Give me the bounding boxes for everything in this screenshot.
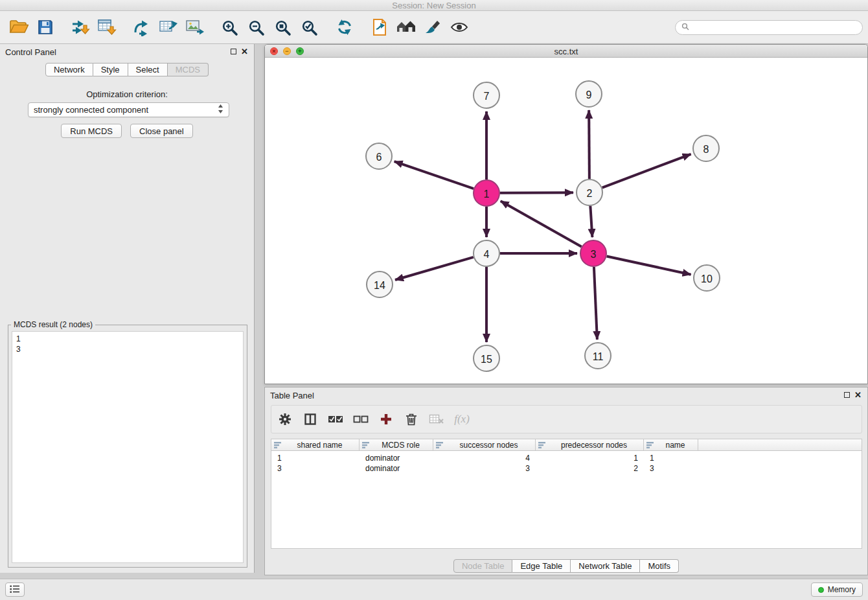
open-file-icon (9, 19, 29, 36)
memory-label: Memory (828, 585, 856, 594)
status-bar: Memory (0, 579, 868, 600)
table-body: 1dominator4113dominator323 (271, 451, 862, 474)
select-all-button[interactable] (326, 408, 345, 431)
show-details-icon (450, 21, 468, 34)
node-11[interactable]: 11 (585, 343, 611, 369)
export-table-button[interactable] (155, 14, 181, 41)
column-type-icon (274, 442, 281, 448)
add-row-button[interactable] (376, 408, 396, 431)
tab-motifs[interactable]: Motifs (640, 559, 679, 573)
node-14[interactable]: 14 (367, 271, 393, 297)
zoom-out-button[interactable] (243, 14, 269, 41)
close-table-panel-icon[interactable]: ✕ (854, 390, 862, 400)
cell: 3 (271, 464, 360, 473)
column-header-name[interactable]: name (644, 439, 698, 450)
svg-text:8: 8 (703, 144, 709, 155)
column-type-icon (436, 442, 443, 448)
edge-3-10[interactable] (607, 256, 691, 274)
network-from-selection-button[interactable] (128, 14, 155, 41)
toolbar-separator (358, 11, 366, 43)
node-6[interactable]: 6 (366, 143, 392, 169)
tab-style[interactable]: Style (93, 63, 128, 76)
close-mcds-panel-button[interactable]: Close panel (130, 124, 193, 138)
export-image-button[interactable] (181, 14, 208, 41)
edge-1-2[interactable] (500, 192, 573, 193)
apply-layout-button[interactable] (331, 14, 358, 41)
column-header-shared-name[interactable]: shared name (271, 439, 360, 450)
tab-node-table[interactable]: Node Table (453, 559, 513, 573)
memory-status-dot (818, 587, 824, 593)
home-button[interactable] (393, 14, 419, 41)
tab-network[interactable]: Network (45, 63, 93, 76)
node-1[interactable]: 1 (474, 180, 499, 206)
search-input[interactable] (692, 23, 856, 32)
import-network-button[interactable] (67, 14, 93, 41)
node-7[interactable]: 7 (474, 82, 499, 108)
network-canvas[interactable]: 7968124314101511 (265, 58, 867, 384)
zoom-fit-button[interactable] (269, 14, 296, 41)
tab-mcds[interactable]: MCDS (168, 63, 209, 76)
cell: 2 (536, 464, 644, 473)
show-details-button[interactable] (446, 14, 472, 41)
cell: 1 (271, 454, 360, 463)
settings-gear-button[interactable] (275, 408, 295, 431)
svg-text:7: 7 (484, 91, 490, 102)
mcds-result-value: 1 (16, 334, 239, 344)
run-mcds-button[interactable]: Run MCDS (61, 124, 122, 138)
tab-network-table[interactable]: Network Table (571, 559, 640, 573)
optimization-criterion-select[interactable]: strongly connected component (28, 102, 229, 117)
tab-edge-table[interactable]: Edge Table (512, 559, 571, 573)
table-row[interactable]: 1dominator411 (271, 453, 862, 463)
cell: 1 (536, 454, 644, 463)
save-session-button[interactable] (32, 14, 58, 41)
edge-1-6[interactable] (394, 161, 474, 189)
column-label: predecessor nodes (547, 441, 641, 450)
svg-text:6: 6 (376, 152, 382, 163)
cell: dominator (360, 464, 433, 473)
share-document-button[interactable] (366, 14, 393, 41)
edge-3-11[interactable] (594, 267, 597, 340)
float-table-panel-icon[interactable] (844, 392, 850, 398)
open-file-button[interactable] (5, 14, 32, 41)
node-8[interactable]: 8 (693, 135, 719, 161)
task-history-button[interactable] (5, 583, 25, 597)
zoom-fit-icon (274, 19, 291, 36)
delete-row-button[interactable] (402, 408, 421, 431)
node-10[interactable]: 10 (694, 265, 720, 291)
column-header-MCDS-role[interactable]: MCDS role (360, 439, 433, 450)
cell: 1 (644, 454, 698, 463)
tab-select[interactable]: Select (128, 63, 168, 76)
column-header-predecessor-nodes[interactable]: predecessor nodes (536, 439, 644, 450)
edge-2-9[interactable] (589, 110, 589, 179)
column-type-icon (538, 442, 545, 448)
clear-selection-button[interactable] (351, 408, 371, 431)
node-3[interactable]: 3 (580, 240, 606, 266)
memory-button[interactable]: Memory (811, 583, 863, 597)
select-chevrons-icon (218, 104, 223, 116)
show-columns-button[interactable] (301, 408, 320, 431)
mcds-result-list[interactable]: 13 (12, 331, 244, 563)
search-box[interactable] (675, 20, 863, 35)
close-panel-icon[interactable]: ✕ (241, 47, 248, 56)
zoom-in-button[interactable] (216, 14, 243, 41)
node-9[interactable]: 9 (576, 81, 602, 107)
float-panel-icon[interactable] (231, 49, 236, 54)
node-4[interactable]: 4 (474, 240, 499, 266)
control-panel-tabs: NetworkStyleSelectMCDS (0, 63, 254, 76)
zoom-selected-button[interactable] (296, 14, 323, 41)
edge-3-1[interactable] (501, 201, 582, 246)
column-header-successor-nodes[interactable]: successor nodes (433, 439, 536, 450)
import-table-button[interactable] (93, 14, 120, 41)
edge-2-3[interactable] (590, 206, 592, 237)
control-panel-title: Control Panel (5, 47, 56, 57)
node-2[interactable]: 2 (577, 179, 602, 205)
zoom-selected-icon (301, 19, 318, 36)
table-row[interactable]: 3dominator323 (271, 463, 862, 474)
style-button[interactable] (419, 14, 446, 41)
column-label: shared name (283, 441, 356, 450)
svg-text:15: 15 (481, 354, 492, 365)
edge-4-14[interactable] (395, 257, 474, 280)
edge-2-8[interactable] (602, 154, 691, 188)
mcds-result-value: 3 (16, 344, 239, 354)
node-15[interactable]: 15 (474, 345, 499, 371)
